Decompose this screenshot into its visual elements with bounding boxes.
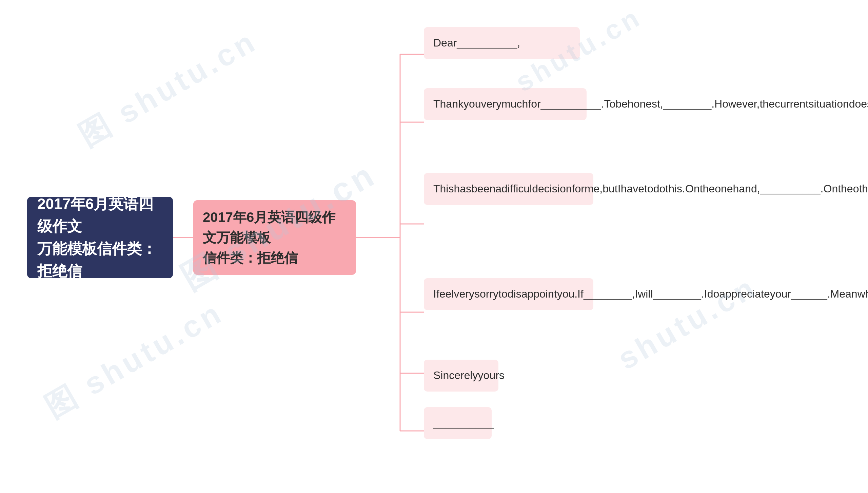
mind-map: 图 shutu.cn 图 shutu.cn 图 shutu.cn shutu.c… [0, 0, 868, 493]
branch-node-1: Dear__________, [424, 27, 580, 59]
branch-node-2: Thankyouverymuchfor__________.Tobehonest… [424, 88, 587, 120]
main-node-text: 2017年6月英语四级作文 万能模板信件类：拒绝信 [37, 193, 163, 282]
watermark-text-1: 图 shutu.cn [71, 21, 265, 157]
watermark-text-5: shutu.cn [612, 269, 763, 377]
branch-node-6: __________ [424, 407, 492, 439]
branch-node-4: Ifeelverysorrytodisappointyou.If________… [424, 278, 593, 310]
branch-node-3: Thishasbeenadifficuldecisionforme,butIha… [424, 173, 593, 205]
center-node-text: 2017年6月英语四级作文万能模板 信件类：拒绝信 [203, 207, 347, 268]
main-node: 2017年6月英语四级作文 万能模板信件类：拒绝信 [27, 197, 173, 278]
watermark-text-3: 图 shutu.cn [37, 292, 231, 428]
center-node: 2017年6月英语四级作文万能模板 信件类：拒绝信 [193, 200, 356, 275]
branch-node-5: Sincerelyyours [424, 360, 498, 392]
